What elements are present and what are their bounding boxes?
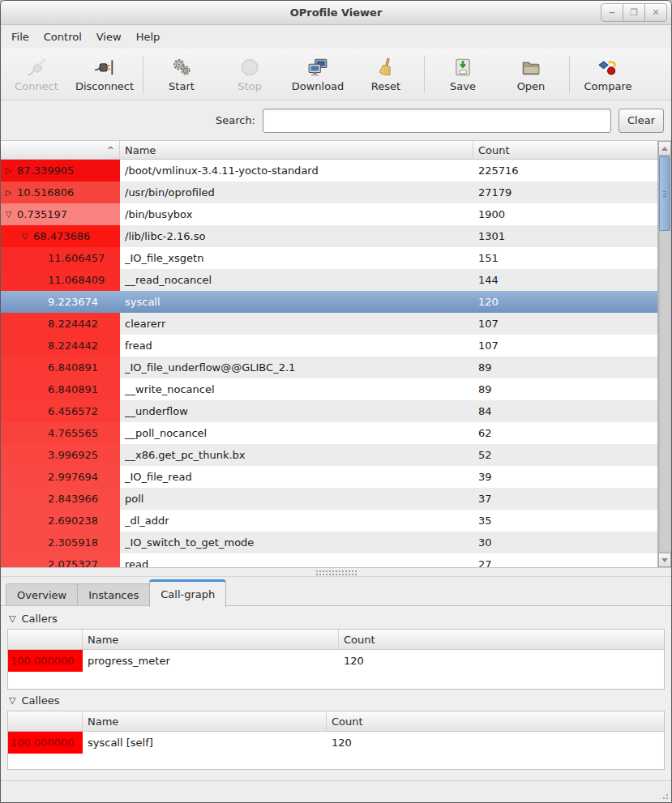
reset-button[interactable]: Reset — [352, 52, 420, 97]
symbol-name: _IO_file_xsgetn — [120, 247, 473, 269]
download-button[interactable]: Download — [284, 52, 352, 97]
tab-instances[interactable]: Instances — [77, 583, 150, 606]
expander-icon[interactable]: ▽ — [3, 210, 14, 219]
table-row[interactable]: 2.075327 read 27 — [1, 553, 657, 567]
callees-column-percent[interactable] — [8, 711, 83, 732]
callees-table: Name Count 100.000000 syscall [self] 120 — [7, 711, 665, 770]
sample-count: 39 — [473, 466, 657, 488]
table-row[interactable]: 3.996925 __x86.get_pc_thunk.bx 52 — [1, 444, 657, 466]
percent-value: 8.224442 — [48, 318, 98, 330]
vertical-scrollbar[interactable] — [657, 141, 671, 567]
table-row[interactable]: 2.305918 _IO_switch_to_get_mode 30 — [1, 532, 657, 553]
menu-help[interactable]: Help — [129, 28, 168, 46]
callers-column-percent[interactable] — [8, 630, 83, 650]
tab-call-graph[interactable]: Call-graph — [149, 579, 226, 607]
percent-cell: ▽ 0.735197 — [1, 203, 120, 225]
search-input[interactable] — [263, 109, 611, 133]
stop-button[interactable]: Stop — [216, 52, 284, 97]
percent-value: 11.606457 — [48, 252, 105, 264]
expander-icon[interactable]: ▽ — [19, 232, 30, 241]
pane-splitter[interactable] — [1, 567, 671, 577]
profile-table: ^ Name Count ▷ 87.339905 /boot/vmlinux-3… — [1, 141, 671, 567]
table-row[interactable]: 6.456572 __underflow 84 — [1, 400, 657, 422]
scrollbar-track[interactable] — [658, 156, 671, 553]
open-button[interactable]: Open — [497, 52, 565, 97]
percent-value: 0.735197 — [17, 208, 67, 220]
connect-button[interactable]: Connect — [2, 52, 71, 97]
titlebar[interactable]: OProfile Viewer ‒ ❐ ✕ — [1, 1, 671, 25]
symbol-name: /usr/bin/oprofiled — [120, 182, 473, 203]
start-button[interactable]: Start — [148, 52, 216, 97]
symbol-name: /boot/vmlinux-3.4.11-yocto-standard — [120, 160, 473, 182]
table-row[interactable]: ▷ 10.516806 /usr/bin/oprofiled 27179 — [1, 182, 657, 203]
percent-cell: 6.840891 — [1, 378, 120, 400]
table-body: ▷ 87.339905 /boot/vmlinux-3.4.11-yocto-s… — [1, 160, 657, 567]
callees-column-count[interactable]: Count — [327, 711, 664, 732]
sort-ascending-icon: ^ — [107, 145, 114, 156]
menu-control[interactable]: Control — [36, 28, 89, 46]
menu-file[interactable]: File — [4, 28, 36, 46]
percent-value: 68.473686 — [33, 230, 90, 242]
column-header-name[interactable]: Name — [120, 141, 473, 160]
search-label: Search: — [216, 114, 255, 126]
callees-column-name[interactable]: Name — [83, 711, 327, 732]
expander-icon[interactable]: ▷ — [3, 188, 14, 197]
minimize-button[interactable]: ‒ — [601, 3, 623, 22]
percent-cell: ▽ 68.473686 — [1, 225, 120, 247]
close-button[interactable]: ✕ — [644, 3, 667, 22]
caller-count: 120 — [339, 650, 664, 672]
table-row[interactable]: 9.223674 syscall 120 — [1, 291, 657, 313]
percent-value: 3.996925 — [48, 449, 98, 461]
compare-button[interactable]: Compare — [574, 52, 642, 97]
callees-expander[interactable]: ▽ Callees — [7, 690, 665, 711]
table-row[interactable]: 2.997694 _IO_file_read 39 — [1, 466, 657, 488]
disconnect-button[interactable]: Disconnect — [71, 52, 139, 97]
table-row[interactable]: 6.840891 _IO_file_underflow@@GLIBC_2.1 8… — [1, 357, 657, 378]
reset-icon — [375, 57, 396, 78]
caller-row[interactable]: 100.000000 progress_meter 120 — [8, 650, 664, 672]
tab-overview[interactable]: Overview — [6, 583, 78, 606]
column-header-count[interactable]: Count — [473, 141, 657, 160]
column-header-percent[interactable]: ^ — [1, 141, 120, 160]
scroll-up-button[interactable] — [658, 141, 671, 156]
table-row[interactable]: 8.224442 fread 107 — [1, 335, 657, 357]
callers-column-count[interactable]: Count — [339, 630, 664, 650]
maximize-button[interactable]: ❐ — [623, 3, 645, 22]
expander-expanded-icon: ▽ — [9, 695, 15, 706]
percent-value: 6.840891 — [48, 383, 98, 395]
callers-body: 100.000000 progress_meter 120 — [8, 650, 664, 672]
symbol-name: _IO_file_underflow@@GLIBC_2.1 — [120, 357, 473, 378]
table-row[interactable]: ▽ 68.473686 /lib/libc-2.16.so 1301 — [1, 225, 657, 247]
percent-value: 87.339905 — [17, 164, 74, 177]
percent-value: 6.840891 — [48, 361, 98, 374]
menu-view[interactable]: View — [89, 28, 129, 46]
clear-button[interactable]: Clear — [618, 109, 664, 133]
table-row[interactable]: 2.843966 poll 37 — [1, 488, 657, 510]
sample-count: 89 — [473, 378, 657, 400]
close-icon: ✕ — [652, 7, 659, 18]
table-row[interactable]: ▽ 0.735197 /bin/busybox 1900 — [1, 203, 657, 225]
expander-icon[interactable]: ▷ — [3, 166, 14, 175]
table-row[interactable]: 11.606457 _IO_file_xsgetn 151 — [1, 247, 657, 269]
compare-icon — [597, 57, 618, 78]
table-row[interactable]: 6.840891 __write_nocancel 89 — [1, 378, 657, 400]
callees-title: Callees — [21, 694, 59, 707]
table-row[interactable]: 4.765565 __poll_nocancel 62 — [1, 422, 657, 444]
callers-column-name[interactable]: Name — [83, 630, 339, 650]
table-row[interactable]: 2.690238 _dl_addr 35 — [1, 510, 657, 532]
start-label: Start — [169, 80, 195, 92]
sample-count: 89 — [473, 357, 657, 378]
save-button[interactable]: Save — [429, 52, 497, 97]
scroll-down-button[interactable] — [658, 553, 671, 567]
sample-count: 37 — [473, 488, 657, 510]
resize-grip-icon[interactable] — [659, 790, 670, 801]
table-row[interactable]: 11.068409 __read_nocancel 144 — [1, 269, 657, 291]
symbol-name: __underflow — [120, 400, 473, 422]
scrollbar-thumb[interactable] — [659, 156, 670, 231]
caller-name: progress_meter — [83, 650, 339, 672]
percent-cell: 9.223674 — [1, 291, 120, 313]
table-row[interactable]: ▷ 87.339905 /boot/vmlinux-3.4.11-yocto-s… — [1, 160, 657, 182]
callee-row[interactable]: 100.000000 syscall [self] 120 — [8, 732, 664, 754]
callers-expander[interactable]: ▽ Callers — [7, 608, 665, 629]
table-row[interactable]: 8.224442 clearerr 107 — [1, 313, 657, 335]
